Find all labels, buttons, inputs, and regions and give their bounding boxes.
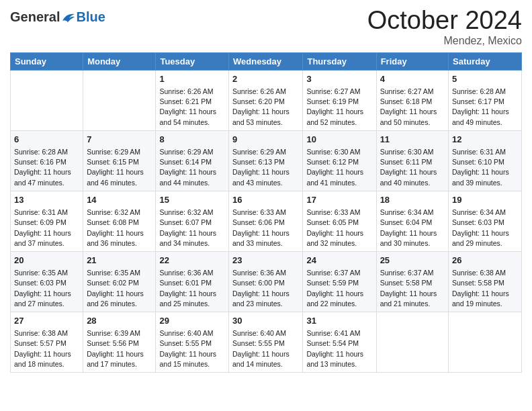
day-info: Sunrise: 6:38 AMSunset: 5:57 PMDaylight:… <box>14 328 79 369</box>
day-info: Sunrise: 6:33 AMSunset: 6:05 PMDaylight:… <box>306 208 372 248</box>
calendar-page: General Blue October 2024 Mendez, Mexico… <box>0 0 532 411</box>
day-info: Sunrise: 6:41 AMSunset: 5:54 PMDaylight:… <box>306 328 372 369</box>
day-info: Sunrise: 6:31 AMSunset: 6:10 PMDaylight:… <box>452 147 518 188</box>
calendar-cell: 9Sunrise: 6:29 AMSunset: 6:13 PMDaylight… <box>229 130 303 191</box>
calendar-cell: 15Sunrise: 6:32 AMSunset: 6:07 PMDayligh… <box>156 191 229 251</box>
calendar-cell: 23Sunrise: 6:36 AMSunset: 6:00 PMDayligh… <box>229 251 303 312</box>
calendar-cell: 24Sunrise: 6:37 AMSunset: 5:59 PMDayligh… <box>303 251 376 312</box>
day-info: Sunrise: 6:29 AMSunset: 6:14 PMDaylight:… <box>159 147 225 188</box>
calendar-cell: 16Sunrise: 6:33 AMSunset: 6:06 PMDayligh… <box>229 191 303 251</box>
calendar-cell: 30Sunrise: 6:40 AMSunset: 5:55 PMDayligh… <box>229 312 303 373</box>
day-number: 13 <box>14 194 79 206</box>
calendar-cell <box>376 312 448 373</box>
calendar-cell: 19Sunrise: 6:34 AMSunset: 6:03 PMDayligh… <box>449 191 522 251</box>
day-number: 22 <box>159 255 225 267</box>
day-number: 11 <box>380 134 445 146</box>
calendar-cell: 22Sunrise: 6:36 AMSunset: 6:01 PMDayligh… <box>156 251 229 312</box>
logo-text: General Blue <box>10 9 105 25</box>
day-info: Sunrise: 6:26 AMSunset: 6:21 PMDaylight:… <box>159 87 225 128</box>
day-number: 23 <box>232 255 299 267</box>
calendar-week-row: 20Sunrise: 6:35 AMSunset: 6:03 PMDayligh… <box>11 251 522 312</box>
day-number: 7 <box>87 134 152 146</box>
day-number: 31 <box>306 315 372 327</box>
day-number: 16 <box>232 194 299 206</box>
logo-general: General <box>10 9 60 25</box>
weekday-header-sunday: Sunday <box>11 52 83 70</box>
day-number: 15 <box>159 194 225 206</box>
day-info: Sunrise: 6:39 AMSunset: 5:56 PMDaylight:… <box>87 328 152 369</box>
header: General Blue October 2024 Mendez, Mexico <box>10 7 522 47</box>
day-number: 1 <box>159 73 225 85</box>
day-number: 6 <box>14 134 79 146</box>
day-info: Sunrise: 6:34 AMSunset: 6:03 PMDaylight:… <box>452 208 518 248</box>
calendar-cell: 26Sunrise: 6:38 AMSunset: 5:58 PMDayligh… <box>449 251 522 312</box>
calendar-cell: 29Sunrise: 6:40 AMSunset: 5:55 PMDayligh… <box>156 312 229 373</box>
day-number: 30 <box>232 315 299 327</box>
calendar-cell: 3Sunrise: 6:27 AMSunset: 6:19 PMDaylight… <box>303 70 376 130</box>
day-info: Sunrise: 6:37 AMSunset: 5:58 PMDaylight:… <box>380 268 445 309</box>
day-number: 18 <box>380 194 445 206</box>
calendar-cell: 31Sunrise: 6:41 AMSunset: 5:54 PMDayligh… <box>303 312 376 373</box>
day-info: Sunrise: 6:29 AMSunset: 6:15 PMDaylight:… <box>87 147 152 188</box>
day-number: 10 <box>306 134 372 146</box>
calendar-cell <box>83 70 156 130</box>
day-info: Sunrise: 6:27 AMSunset: 6:19 PMDaylight:… <box>306 87 372 128</box>
calendar-cell: 27Sunrise: 6:38 AMSunset: 5:57 PMDayligh… <box>11 312 83 373</box>
day-info: Sunrise: 6:33 AMSunset: 6:06 PMDaylight:… <box>232 208 299 248</box>
day-info: Sunrise: 6:28 AMSunset: 6:16 PMDaylight:… <box>14 147 79 188</box>
day-number: 29 <box>159 315 225 327</box>
day-info: Sunrise: 6:38 AMSunset: 5:58 PMDaylight:… <box>452 268 518 309</box>
calendar-cell: 25Sunrise: 6:37 AMSunset: 5:58 PMDayligh… <box>376 251 448 312</box>
calendar-cell: 8Sunrise: 6:29 AMSunset: 6:14 PMDaylight… <box>156 130 229 191</box>
calendar-cell: 17Sunrise: 6:33 AMSunset: 6:05 PMDayligh… <box>303 191 376 251</box>
day-info: Sunrise: 6:29 AMSunset: 6:13 PMDaylight:… <box>232 147 299 188</box>
calendar-cell: 21Sunrise: 6:35 AMSunset: 6:02 PMDayligh… <box>83 251 156 312</box>
weekday-header-wednesday: Wednesday <box>229 52 303 70</box>
day-info: Sunrise: 6:37 AMSunset: 5:59 PMDaylight:… <box>306 268 372 309</box>
day-info: Sunrise: 6:32 AMSunset: 6:08 PMDaylight:… <box>87 208 152 248</box>
calendar-week-row: 27Sunrise: 6:38 AMSunset: 5:57 PMDayligh… <box>11 312 522 373</box>
calendar-cell: 13Sunrise: 6:31 AMSunset: 6:09 PMDayligh… <box>11 191 83 251</box>
day-number: 8 <box>159 134 225 146</box>
calendar-cell: 7Sunrise: 6:29 AMSunset: 6:15 PMDaylight… <box>83 130 156 191</box>
title-block: October 2024 Mendez, Mexico <box>367 7 522 47</box>
day-info: Sunrise: 6:36 AMSunset: 6:00 PMDaylight:… <box>232 268 299 309</box>
calendar-cell: 14Sunrise: 6:32 AMSunset: 6:08 PMDayligh… <box>83 191 156 251</box>
weekday-header-tuesday: Tuesday <box>156 52 229 70</box>
day-number: 19 <box>452 194 518 206</box>
day-info: Sunrise: 6:34 AMSunset: 6:04 PMDaylight:… <box>380 208 445 248</box>
weekday-header-row: SundayMondayTuesdayWednesdayThursdayFrid… <box>11 52 522 70</box>
day-info: Sunrise: 6:30 AMSunset: 6:11 PMDaylight:… <box>380 147 445 188</box>
calendar-cell: 11Sunrise: 6:30 AMSunset: 6:11 PMDayligh… <box>376 130 448 191</box>
calendar-cell: 10Sunrise: 6:30 AMSunset: 6:12 PMDayligh… <box>303 130 376 191</box>
location: Mendez, Mexico <box>367 35 522 47</box>
logo-blue: Blue <box>76 9 105 25</box>
month-title: October 2024 <box>367 7 522 35</box>
calendar-cell: 2Sunrise: 6:26 AMSunset: 6:20 PMDaylight… <box>229 70 303 130</box>
calendar-week-row: 6Sunrise: 6:28 AMSunset: 6:16 PMDaylight… <box>11 130 522 191</box>
day-info: Sunrise: 6:32 AMSunset: 6:07 PMDaylight:… <box>159 208 225 248</box>
day-number: 12 <box>452 134 518 146</box>
day-number: 9 <box>232 134 299 146</box>
weekday-header-monday: Monday <box>83 52 156 70</box>
calendar-cell: 12Sunrise: 6:31 AMSunset: 6:10 PMDayligh… <box>449 130 522 191</box>
calendar-week-row: 1Sunrise: 6:26 AMSunset: 6:21 PMDaylight… <box>11 70 522 130</box>
day-number: 5 <box>452 73 518 85</box>
weekday-header-saturday: Saturday <box>449 52 522 70</box>
day-info: Sunrise: 6:40 AMSunset: 5:55 PMDaylight:… <box>232 328 299 369</box>
day-number: 21 <box>87 255 152 267</box>
logo: General Blue <box>10 9 105 25</box>
calendar-cell <box>449 312 522 373</box>
calendar-cell: 6Sunrise: 6:28 AMSunset: 6:16 PMDaylight… <box>11 130 83 191</box>
day-info: Sunrise: 6:27 AMSunset: 6:18 PMDaylight:… <box>380 87 445 128</box>
day-number: 28 <box>87 315 152 327</box>
day-number: 3 <box>306 73 372 85</box>
day-info: Sunrise: 6:31 AMSunset: 6:09 PMDaylight:… <box>14 208 79 248</box>
day-number: 2 <box>232 73 299 85</box>
calendar-cell: 28Sunrise: 6:39 AMSunset: 5:56 PMDayligh… <box>83 312 156 373</box>
calendar-week-row: 13Sunrise: 6:31 AMSunset: 6:09 PMDayligh… <box>11 191 522 251</box>
day-number: 24 <box>306 255 372 267</box>
day-number: 26 <box>452 255 518 267</box>
calendar-cell: 20Sunrise: 6:35 AMSunset: 6:03 PMDayligh… <box>11 251 83 312</box>
day-number: 14 <box>87 194 152 206</box>
